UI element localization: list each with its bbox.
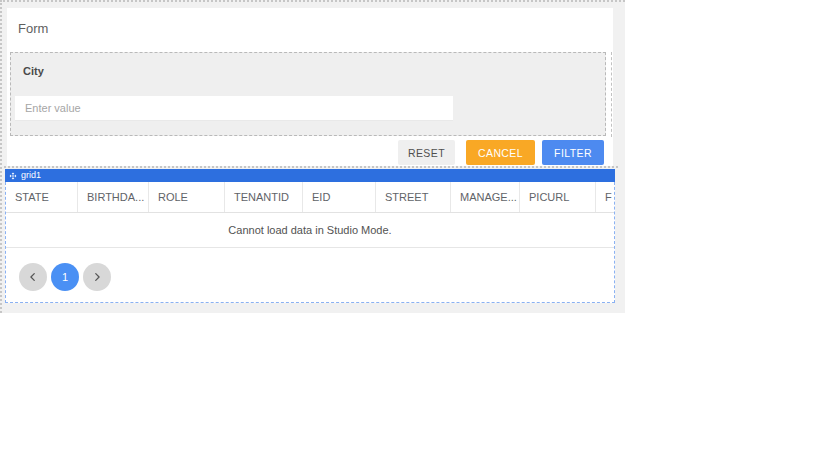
pagination-page-button[interactable]: 1 [51,263,79,291]
editor-canvas: Form City RESET CANCEL FILTER grid1 STAT… [0,0,625,313]
form-title: Form [7,8,613,36]
column-header-role[interactable]: ROLE [149,182,225,212]
column-header-picurl[interactable]: PICURL [520,182,596,212]
grid-empty-message: Cannot load data in Studio Mode. [228,224,391,236]
pagination-prev-button[interactable] [19,263,47,291]
form-buttons-row: RESET CANCEL FILTER [398,140,604,165]
grid-widget: grid1 STATE BIRTHDA... ROLE TENANTID EID… [5,169,615,303]
chevron-left-icon [28,272,38,282]
grid-pagination: 1 [19,263,614,291]
column-header-birthdate[interactable]: BIRTHDA... [78,182,149,212]
grid-widget-name-bar[interactable]: grid1 [5,169,615,182]
column-header-eid[interactable]: EID [303,182,376,212]
column-header-state[interactable]: STATE [6,182,78,212]
move-icon [9,172,17,180]
column-header-manager[interactable]: MANAGE... [451,182,520,212]
chevron-right-icon [92,272,102,282]
grid-header-row: STATE BIRTHDA... ROLE TENANTID EID STREE… [6,182,615,213]
city-field-label: City [23,65,605,77]
cancel-button[interactable]: CANCEL [466,140,535,165]
grid-widget-name: grid1 [21,169,41,182]
column-header-clipped[interactable]: F [596,182,615,212]
column-header-street[interactable]: STREET [376,182,451,212]
grid-table: STATE BIRTHDA... ROLE TENANTID EID STREE… [5,182,615,303]
column-header-tenantid[interactable]: TENANTID [225,182,303,212]
form-widget: Form City RESET CANCEL FILTER [7,8,613,166]
city-input[interactable] [15,96,453,121]
grid-empty-row: Cannot load data in Studio Mode. [6,213,614,248]
form-inner-canvas-edge [611,52,612,137]
canvas-dot-grid-line [4,166,618,168]
reset-button[interactable]: RESET [398,140,455,165]
pagination-next-button[interactable] [83,263,111,291]
city-filter-widget[interactable]: City [10,52,606,136]
filter-button[interactable]: FILTER [542,140,604,165]
